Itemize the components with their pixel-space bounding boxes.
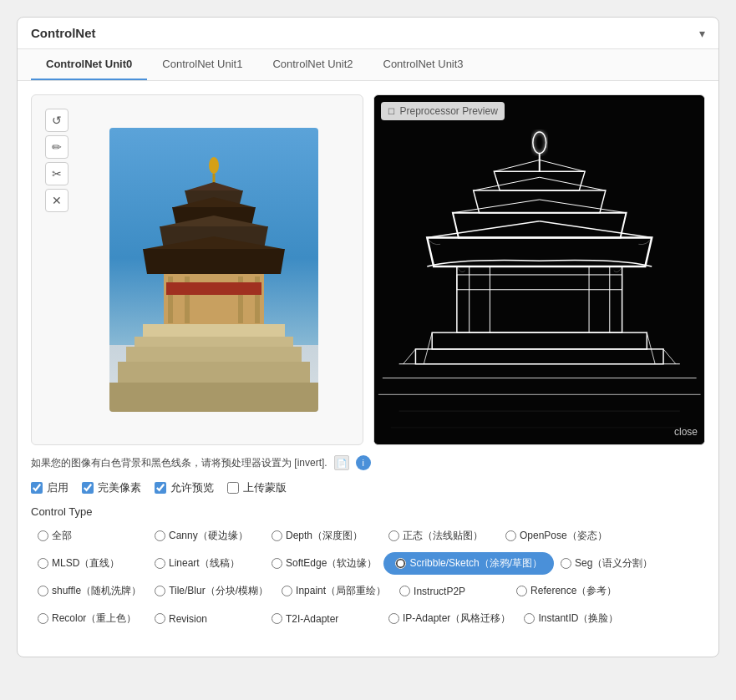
rotate-tool-btn[interactable]: ↺: [45, 109, 69, 132]
allow-preview-checkbox[interactable]: 允许预览: [155, 480, 214, 495]
tab-unit2[interactable]: ControlNet Unit2: [257, 49, 368, 80]
radio-mlsd[interactable]: MLSD（直线）: [31, 552, 148, 575]
enable-checkbox[interactable]: 启用: [31, 480, 69, 495]
svg-point-2: [209, 157, 219, 174]
radio-instructp2p[interactable]: InstructP2P: [393, 580, 510, 602]
tab-unit0[interactable]: ControlNet Unit0: [31, 49, 147, 80]
doc-icon[interactable]: 📄: [334, 455, 349, 470]
svg-rect-23: [374, 97, 705, 444]
radio-openpose[interactable]: OpenPose（姿态）: [499, 525, 616, 547]
preprocessor-preview-label: ☐ Preprocessor Preview: [381, 102, 505, 120]
preview-area: ☐ Preprocessor Preview: [373, 94, 706, 445]
radio-reference[interactable]: Reference（参考）: [510, 580, 627, 602]
radio-all[interactable]: 全部: [31, 525, 148, 547]
radio-inpaint[interactable]: Inpaint（局部重绘）: [275, 580, 393, 602]
svg-rect-19: [135, 337, 293, 347]
info-text: 如果您的图像有白色背景和黑色线条，请将预处理器设置为 [invert].: [31, 456, 327, 470]
svg-rect-12: [164, 274, 264, 324]
temple-image: [109, 128, 318, 412]
draw-tool-btn[interactable]: ✏: [45, 135, 69, 159]
upload-mask-input[interactable]: [227, 482, 239, 494]
radio-scribble[interactable]: Scribble/Sketch（涂鸦/草图）: [383, 552, 554, 575]
upload-mask-checkbox[interactable]: 上传蒙版: [227, 480, 287, 495]
panel-header: ControlNet ▾: [18, 18, 718, 49]
info-icon[interactable]: i: [356, 455, 371, 470]
allow-preview-input[interactable]: [155, 482, 166, 494]
radio-seg[interactable]: Seg（语义分割）: [554, 552, 671, 575]
radio-shuffle[interactable]: shuffle（随机洗牌）: [31, 580, 148, 602]
radio-tile-blur[interactable]: Tile/Blur（分块/模糊）: [148, 580, 275, 602]
collapse-icon[interactable]: ▾: [699, 27, 705, 40]
svg-rect-20: [126, 347, 302, 362]
checkbox-row: 启用 完美像素 允许预览 上传蒙版: [31, 480, 705, 495]
panel-title: ControlNet: [31, 26, 96, 40]
tabs-bar: ControlNet Unit0 ControlNet Unit1 Contro…: [18, 49, 718, 81]
radio-lineart[interactable]: Lineart（线稿）: [148, 552, 265, 575]
radio-recolor[interactable]: Recolor（重上色）: [31, 607, 148, 630]
radio-t2i-adapter[interactable]: T2I-Adapter: [265, 607, 382, 630]
controlnet-panel: ControlNet ▾ ControlNet Unit0 ControlNet…: [17, 17, 719, 657]
image-row: ↺ ✏ ✂ ✕: [31, 94, 705, 445]
perfect-pixel-checkbox[interactable]: 完美像素: [82, 480, 141, 495]
svg-marker-10: [143, 249, 285, 274]
preview-label-text: Preprocessor Preview: [400, 105, 498, 117]
tab-unit1[interactable]: ControlNet Unit1: [147, 49, 257, 80]
control-type-grid: 全部 Canny（硬边缘） Depth（深度图） 正态（法线贴图） OpenPo…: [31, 525, 705, 630]
radio-canny[interactable]: Canny（硬边缘）: [148, 525, 265, 547]
image-tools: ↺ ✏ ✂ ✕: [38, 102, 75, 219]
svg-rect-18: [143, 324, 285, 337]
enable-input[interactable]: [31, 482, 43, 494]
radio-ip-adapter[interactable]: IP-Adapter（风格迁移）: [382, 607, 517, 630]
svg-rect-17: [166, 282, 261, 295]
radio-softedge[interactable]: SoftEdge（软边缘）: [265, 552, 383, 575]
radio-revision[interactable]: Revision: [148, 607, 265, 630]
radio-normal[interactable]: 正态（法线贴图）: [382, 525, 499, 547]
close-preview-btn[interactable]: close: [674, 426, 698, 438]
perfect-pixel-input[interactable]: [82, 482, 94, 494]
panel-body: ↺ ✏ ✂ ✕: [18, 81, 718, 643]
edge-detected-image: [374, 95, 705, 445]
info-bar: 如果您的图像有白色背景和黑色线条，请将预处理器设置为 [invert]. 📄 i: [31, 455, 705, 470]
control-type-label: Control Type: [31, 505, 705, 518]
image-upload-area[interactable]: ↺ ✏ ✂ ✕: [31, 94, 363, 445]
radio-instantid[interactable]: InstantID（换脸）: [517, 607, 634, 630]
radio-depth[interactable]: Depth（深度图）: [265, 525, 382, 547]
crop-tool-btn[interactable]: ✂: [45, 162, 69, 185]
tab-unit3[interactable]: ControlNet Unit3: [368, 49, 479, 80]
svg-rect-22: [109, 383, 318, 412]
clear-tool-btn[interactable]: ✕: [45, 189, 69, 212]
